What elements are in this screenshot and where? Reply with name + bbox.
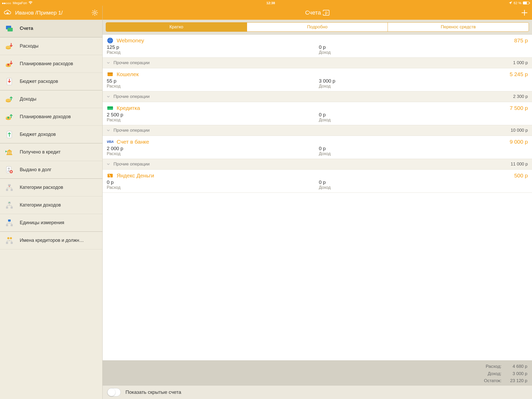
svg-rect-24 [11, 189, 13, 191]
segment-transfer[interactable]: Перенос средств [388, 23, 529, 31]
wallet-orange-icon [107, 71, 114, 78]
other-ops-label: Прочие операции [114, 60, 513, 65]
svg-point-31 [7, 237, 9, 239]
sidebar-item-label: Единицы измерения [20, 220, 64, 225]
sidebar-item-9[interactable]: Категории расходов [0, 179, 102, 196]
add-button[interactable] [521, 9, 528, 17]
expense-label: Расход [107, 185, 316, 190]
svg-point-20 [8, 168, 10, 170]
main-header: Счета р [103, 6, 532, 20]
svg-rect-33 [6, 242, 8, 244]
sidebar-item-2[interactable]: Планирование расходов [0, 55, 102, 73]
sidebar-item-1[interactable]: Расходы [0, 37, 102, 55]
income-label: Доход [319, 84, 528, 89]
sidebar-item-5[interactable]: Планирование доходов [0, 108, 102, 126]
chevron-down-icon [107, 95, 110, 98]
account-balance: 7 500 р [510, 105, 528, 111]
globe-blue-icon [107, 37, 114, 44]
wallet-cards-icon [5, 24, 14, 33]
account-name: Кредитка [117, 105, 507, 111]
account-balance: 5 245 р [510, 71, 528, 77]
other-ops-row[interactable]: Прочие операции 1 000 р [103, 57, 532, 68]
other-ops-row[interactable]: Прочие операции 2 300 р [103, 91, 532, 102]
expense-value: 2 500 р [107, 112, 316, 118]
account-row[interactable]: VISA Счет в банке 9 000 р 2 000 р Расход… [103, 136, 532, 170]
account-row[interactable]: Кредитка 7 500 р 2 500 р Расход 0 р Дохо… [103, 102, 532, 136]
tree-down-icon [5, 183, 14, 192]
people-tree-icon [5, 236, 14, 245]
sidebar-item-12[interactable]: Имена кредиторов и должн… [0, 232, 102, 249]
page-title: Счета р [114, 9, 521, 16]
svg-point-0 [94, 12, 96, 14]
expense-label: Расход [107, 151, 316, 156]
svg-rect-37 [108, 72, 113, 74]
expense-value: 125 р [107, 44, 316, 50]
account-row[interactable]: Webmoney 875 р 125 р Расход 0 р Доход Пр… [103, 35, 532, 68]
svg-rect-22 [8, 184, 11, 186]
svg-point-32 [10, 237, 12, 239]
sidebar-item-label: Расходы [20, 43, 38, 49]
sidebar: Иванов /Пример 1/ Счета Расходы Планиров… [0, 6, 103, 399]
wifi-icon [29, 1, 32, 4]
sidebar-item-label: Бюджет доходов [20, 132, 56, 137]
signal-dots-icon [2, 1, 11, 5]
battery-icon [523, 2, 530, 4]
svg-rect-29 [6, 224, 8, 226]
sidebar-item-label: Получено в кредит [20, 149, 61, 155]
visa-icon: VISA [107, 138, 114, 145]
sidebar-header: Иванов /Пример 1/ [0, 6, 102, 20]
sidebar-item-7[interactable]: Получено в кредит [0, 143, 102, 161]
income-value: 0 р [319, 179, 528, 185]
segment-short[interactable]: Кратко [106, 23, 247, 31]
segmented-control: Кратко Подробно Перенос средств [103, 20, 532, 35]
card-green-icon [107, 105, 114, 111]
ruler-tree-icon [5, 218, 14, 228]
hidden-accounts-switch[interactable] [107, 388, 121, 396]
account-row[interactable]: Кошелек 5 245 р 55 р Расход 3 000 р Дохо… [103, 68, 532, 102]
sidebar-item-0[interactable]: Счета [0, 20, 102, 37]
sidebar-item-11[interactable]: Единицы измерения [0, 214, 102, 232]
status-time: 12:38 [32, 1, 509, 5]
account-balance: 500 р [514, 172, 528, 179]
cloud-sync-icon[interactable] [4, 9, 11, 17]
battery-pct: 62 % [514, 1, 521, 5]
income-value: 0 р [319, 44, 528, 50]
expense-label: Расход [107, 84, 316, 89]
income-label: Доход [319, 185, 528, 190]
other-ops-row[interactable]: Прочие операции 10 000 р [103, 125, 532, 136]
sidebar-item-label: Счета [20, 26, 33, 31]
svg-rect-26 [6, 207, 8, 209]
other-ops-label: Прочие операции [114, 94, 513, 99]
tree-up-icon [5, 201, 14, 210]
yandex-wallet-icon [107, 172, 114, 179]
expense-label: Расход [107, 118, 316, 122]
account-balance: 875 р [514, 37, 528, 44]
sidebar-item-label: Категории расходов [20, 185, 63, 190]
bank-in-icon [5, 148, 14, 157]
carrier-label: MegaFon [13, 1, 27, 5]
sidebar-item-8[interactable]: Выдано в долг [0, 161, 102, 179]
gear-icon[interactable] [91, 9, 99, 17]
sidebar-item-10[interactable]: Категории доходов [0, 196, 102, 214]
income-label: Доход [319, 50, 528, 55]
summary-footer: Расход: 4 680 р Доход: 3 000 р Остаток: … [103, 360, 532, 385]
coins-down-icon [5, 42, 14, 51]
sidebar-item-label: Бюджет расходов [20, 79, 58, 84]
svg-point-4 [6, 46, 11, 48]
sidebar-item-4[interactable]: Доходы [0, 90, 102, 108]
expense-label: Расход [107, 50, 316, 55]
sidebar-item-label: Имена кредиторов и должн… [20, 238, 84, 243]
svg-point-13 [7, 117, 9, 119]
other-ops-row[interactable]: Прочие операции 11 000 р [103, 159, 532, 169]
sidebar-item-label: Доходы [20, 96, 36, 102]
sidebar-item-6[interactable]: Бюджет доходов [0, 126, 102, 143]
account-row[interactable]: Яндекс Деньги 500 р 0 р Расход 0 р Доход [103, 170, 532, 193]
sidebar-title: Иванов /Пример 1/ [15, 10, 87, 16]
account-name: Счет в банке [117, 139, 507, 145]
doc-down-icon [5, 77, 14, 86]
accounts-list: Webmoney 875 р 125 р Расход 0 р Доход Пр… [103, 35, 532, 360]
sidebar-item-3[interactable]: Бюджет расходов [0, 73, 102, 90]
svg-rect-27 [11, 207, 13, 209]
chevron-down-icon [107, 163, 110, 166]
segment-detail[interactable]: Подробно [247, 23, 388, 31]
